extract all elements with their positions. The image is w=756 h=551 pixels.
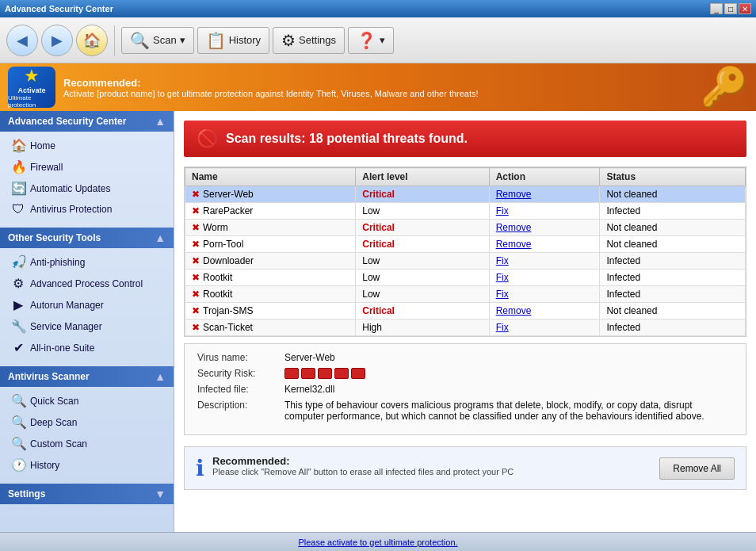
threat-action[interactable]: Fix [489, 253, 600, 270]
sidebar-item-antivirus[interactable]: 🛡 Antivirus Protection [0, 199, 174, 220]
threat-action-link[interactable]: Remove [496, 239, 532, 250]
sidebar-item-service[interactable]: 🔧 Service Manager [0, 316, 174, 337]
table-row[interactable]: ✖Server-WebCriticalRemoveNot cleaned [185, 186, 746, 203]
sidebar-item-antiphishing[interactable]: 🎣 Anti-phishing [0, 251, 174, 273]
table-row[interactable]: ✖Trojan-SMSCriticalRemoveNot cleaned [185, 303, 746, 320]
back-button[interactable]: ◀ [6, 25, 38, 56]
table-row[interactable]: ✖RootkitLowFixInfected [185, 286, 746, 303]
sidebar-section-security[interactable]: Advanced Security Center ▲ [0, 111, 174, 132]
settings-button[interactable]: ⚙ Settings [273, 27, 345, 54]
history-button[interactable]: 📋 History [197, 27, 269, 54]
threat-action[interactable]: Remove [489, 220, 600, 236]
sidebar-section-scanner[interactable]: Antivirus Scanner ▲ [0, 366, 174, 387]
sidebar-section-tools-items: 🎣 Anti-phishing ⚙ Advanced Process Contr… [0, 248, 174, 362]
table-row[interactable]: ✖Scan-TicketHighFixInfected [185, 320, 746, 336]
sidebar-item-deepscan[interactable]: 🔍 Deep Scan [0, 411, 174, 433]
logo-label: Activate [17, 86, 45, 94]
sidebar-item-home[interactable]: 🏠 Home [0, 135, 174, 156]
status-bar[interactable]: Please activate to get ultimate protecti… [0, 532, 756, 551]
sidebar-section-tools-collapse: ▲ [155, 231, 166, 244]
security-risk-bars [284, 368, 365, 379]
sidebar-section-settings-label: Settings [8, 488, 45, 499]
threat-icon: ✖ [192, 272, 200, 283]
threat-name: ✖Downloader [185, 253, 356, 270]
sidebar-item-history[interactable]: 🕐 History [0, 454, 174, 476]
title-bar-controls: _ □ ✕ [710, 3, 751, 14]
sidebar-item-antiphishing-label: Anti-phishing [30, 257, 85, 268]
allinone-icon: ✔ [11, 340, 25, 355]
activate-text: Recommended: Activate [product name] to … [63, 77, 748, 98]
scan-result-text: Scan results: 18 potential threats found… [226, 132, 468, 146]
close-button[interactable]: ✕ [739, 3, 751, 14]
threat-icon: ✖ [192, 222, 200, 233]
threat-action-link[interactable]: Fix [496, 272, 509, 283]
table-row[interactable]: ✖Porn-ToolCriticalRemoveNot cleaned [185, 236, 746, 253]
threat-action-link[interactable]: Fix [496, 205, 509, 216]
threat-level: Low [356, 286, 489, 303]
scan-label: Scan [153, 34, 177, 46]
threat-action-link[interactable]: Remove [496, 189, 532, 200]
sidebar-item-customscan[interactable]: 🔍 Custom Scan [0, 433, 174, 454]
scan-result-icon: 🚫 [197, 128, 218, 149]
title-bar-text: Advanced Security Center [5, 4, 113, 13]
sidebar-item-allinone[interactable]: ✔ All-in-one Suite [0, 337, 174, 358]
sidebar-item-updates[interactable]: 🔄 Automatic Updates [0, 178, 174, 199]
home-button[interactable]: 🏠 [76, 25, 108, 56]
sidebar-item-apc[interactable]: ⚙ Advanced Process Control [0, 273, 174, 294]
threat-status: Infected [600, 320, 746, 336]
threat-action[interactable]: Remove [489, 186, 600, 203]
threat-icon: ✖ [192, 189, 200, 200]
detail-virusname-value: Server-Web [284, 352, 335, 363]
table-row[interactable]: ✖RarePackerLowFixInfected [185, 203, 746, 220]
maximize-button[interactable]: □ [724, 3, 737, 14]
forward-button[interactable]: ▶ [41, 25, 73, 56]
antiphishing-icon: 🎣 [11, 254, 25, 270]
threat-status: Not cleaned [600, 220, 746, 236]
sidebar-section-scanner-label: Antivirus Scanner [8, 371, 90, 382]
threat-icon: ✖ [192, 205, 200, 216]
scan-button[interactable]: 🔍 Scan ▾ [121, 27, 194, 54]
activate-banner[interactable]: ★ Activate Ultimate protection Recommend… [0, 63, 756, 111]
sidebar-section-settings[interactable]: Settings ▼ [0, 484, 174, 504]
threat-action-link[interactable]: Remove [496, 305, 532, 316]
sidebar-item-firewall[interactable]: 🔥 Firewall [0, 156, 174, 178]
threat-action[interactable]: Remove [489, 236, 600, 253]
sidebar-item-service-label: Service Manager [30, 321, 102, 332]
threat-action-link[interactable]: Fix [496, 289, 509, 300]
sidebar-item-deepscan-label: Deep Scan [30, 417, 77, 428]
table-row[interactable]: ✖DownloaderLowFixInfected [185, 253, 746, 270]
sidebar-section-tools[interactable]: Other Security Tools ▲ [0, 228, 174, 248]
threat-action[interactable]: Remove [489, 303, 600, 320]
threats-table: Name Alert level Action Status ✖Server-W… [184, 166, 746, 337]
activate-recommended: Recommended: [63, 77, 748, 89]
threat-status: Not cleaned [600, 303, 746, 320]
scan-dropdown-icon: ▾ [180, 34, 185, 46]
threat-action-link[interactable]: Fix [496, 322, 509, 333]
detail-file-value: Kernel32.dll [284, 384, 334, 395]
sidebar-item-autorun[interactable]: ▶ Autorun Manager [0, 294, 174, 316]
threat-status: Not cleaned [600, 186, 746, 203]
sidebar-section-settings-collapse: ▼ [155, 488, 166, 500]
remove-all-button[interactable]: Remove All [659, 457, 735, 480]
detail-desc-label: Description: [197, 400, 284, 411]
threat-action[interactable]: Fix [489, 286, 600, 303]
threat-status: Infected [600, 203, 746, 220]
sidebar-section-scanner-items: 🔍 Quick Scan 🔍 Deep Scan 🔍 Custom Scan 🕐… [0, 387, 174, 479]
recommended-desc: Please click "Remove All" button to eras… [212, 467, 514, 476]
threat-icon: ✖ [192, 255, 200, 266]
scan-icon: 🔍 [130, 31, 150, 50]
table-row[interactable]: ✖RootkitLowFixInfected [185, 270, 746, 286]
table-row[interactable]: ✖WormCriticalRemoveNot cleaned [185, 220, 746, 236]
threat-action[interactable]: Fix [489, 203, 600, 220]
sidebar-item-quickscan[interactable]: 🔍 Quick Scan [0, 390, 174, 411]
detail-security-label: Security Risk: [197, 368, 284, 379]
threat-action-link[interactable]: Fix [496, 255, 509, 266]
threat-action-link[interactable]: Remove [496, 222, 532, 233]
help-button[interactable]: ❓ ▾ [348, 27, 394, 54]
threat-action[interactable]: Fix [489, 270, 600, 286]
logo-sublabel: Ultimate protection [8, 94, 55, 109]
deepscan-icon: 🔍 [11, 415, 25, 430]
threat-level: Low [356, 203, 489, 220]
threat-action[interactable]: Fix [489, 320, 600, 336]
minimize-button[interactable]: _ [710, 3, 723, 14]
